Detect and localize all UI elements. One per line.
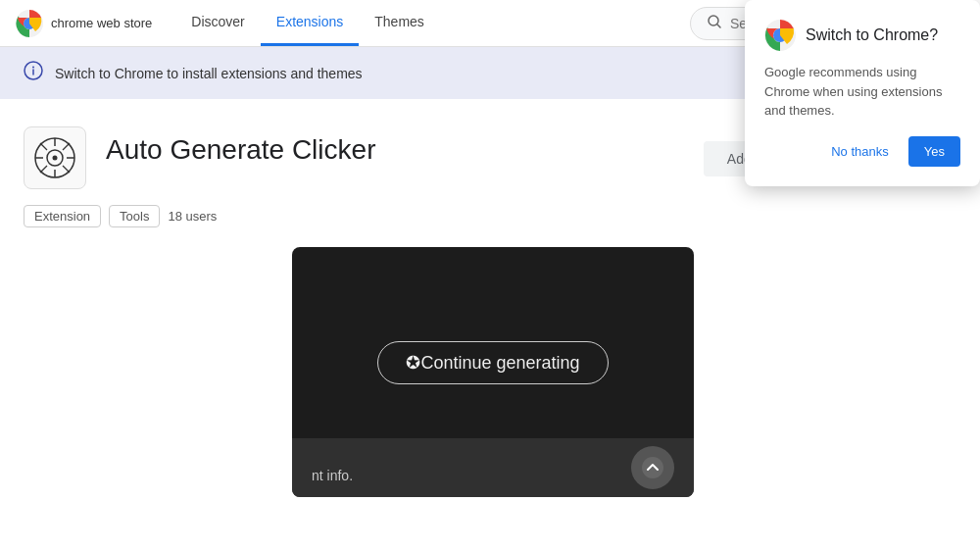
svg-point-6 — [32, 67, 34, 69]
store-title: chrome web store — [51, 16, 152, 30]
nav-discover[interactable]: Discover — [175, 0, 260, 46]
popup-body: Google recommends using Chrome when usin… — [764, 63, 960, 121]
chrome-store-logo-icon — [16, 10, 43, 37]
tags-row: Extension Tools 18 users — [0, 205, 980, 247]
users-count: 18 users — [168, 209, 217, 224]
popup-actions: No thanks Yes — [764, 136, 960, 167]
extension-title: Auto Generate Clicker — [106, 134, 375, 166]
main-nav: Discover Extensions Themes — [175, 0, 440, 46]
scroll-up-button[interactable] — [631, 446, 674, 489]
svg-line-14 — [40, 143, 47, 150]
banner-text: Switch to Chrome to install extensions a… — [55, 66, 363, 81]
search-icon — [707, 14, 722, 33]
info-icon — [24, 61, 43, 85]
svg-line-15 — [63, 166, 70, 173]
continue-generating-button[interactable]: ✪Continue generating — [377, 341, 608, 384]
logo-area: chrome web store — [16, 10, 152, 37]
switch-chrome-popup: Switch to Chrome? Google recommends usin… — [745, 0, 980, 186]
svg-point-9 — [53, 156, 58, 161]
screenshot-area: ✪Continue generating nt info. — [292, 247, 694, 497]
nav-extensions[interactable]: Extensions — [261, 0, 359, 46]
popup-title: Switch to Chrome? — [806, 26, 938, 44]
screenshot-bottom-text: nt info. — [312, 468, 353, 483]
svg-line-16 — [63, 143, 70, 150]
tag-tools: Tools — [109, 205, 160, 227]
no-thanks-button[interactable]: No thanks — [819, 136, 901, 167]
svg-line-17 — [40, 166, 47, 173]
svg-line-3 — [717, 24, 720, 26]
tag-extension: Extension — [24, 205, 101, 227]
popup-chrome-logo-icon — [764, 20, 796, 51]
extension-icon — [24, 126, 86, 189]
yes-button[interactable]: Yes — [908, 136, 960, 167]
nav-themes[interactable]: Themes — [359, 0, 440, 46]
svg-point-18 — [642, 457, 663, 478]
popup-header: Switch to Chrome? — [764, 20, 960, 51]
screenshot-bottom-bar: nt info. — [292, 438, 694, 497]
